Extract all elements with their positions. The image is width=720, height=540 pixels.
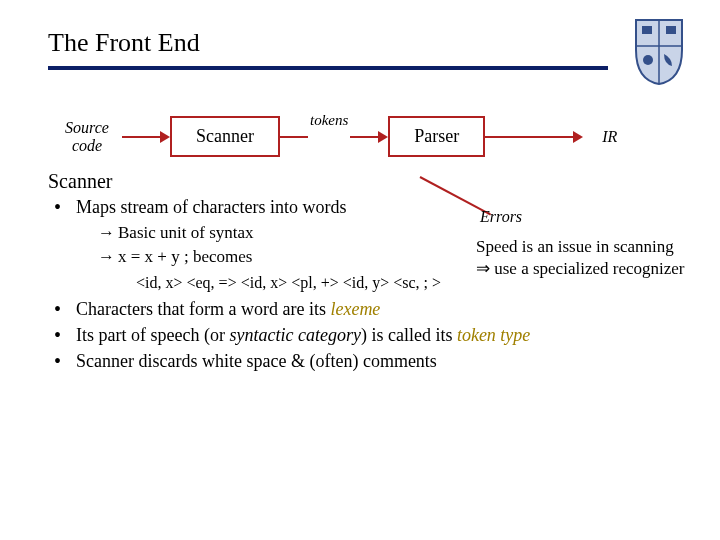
bullet-whitespace: Scanner discards white space & (often) c… (48, 349, 680, 373)
bullet-lexeme: Characters that form a word are its lexe… (48, 297, 680, 321)
tokens-label: tokens (310, 112, 348, 129)
title-rule (48, 66, 608, 70)
pipeline-diagram: Source code Scanner tokens Parser IR (52, 116, 680, 157)
svg-rect-0 (642, 26, 652, 34)
slide-title: The Front End (48, 28, 680, 58)
arrow-source-to-scanner (122, 131, 170, 143)
bullet-token-type: Its part of speech (or syntactic categor… (48, 323, 680, 347)
arrow-scanner-to-parser: tokens (280, 128, 388, 145)
scanner-box: Scanner (170, 116, 280, 157)
ir-label: IR (583, 128, 617, 146)
crest-icon (632, 16, 686, 90)
aside-line2: ⇒ use a specialized recognizer (476, 258, 690, 280)
speed-aside: Speed is an issue in scanning ⇒ use a sp… (476, 236, 690, 280)
svg-rect-1 (666, 26, 676, 34)
parser-box: Parser (388, 116, 485, 157)
arrow-parser-to-ir (485, 131, 583, 143)
arrow-parser-to-errors (420, 176, 508, 178)
source-code-label: Source code (52, 119, 122, 155)
section-head-scanner: Scanner (48, 169, 680, 193)
svg-point-2 (643, 55, 653, 65)
aside-line1: Speed is an issue in scanning (476, 236, 690, 258)
